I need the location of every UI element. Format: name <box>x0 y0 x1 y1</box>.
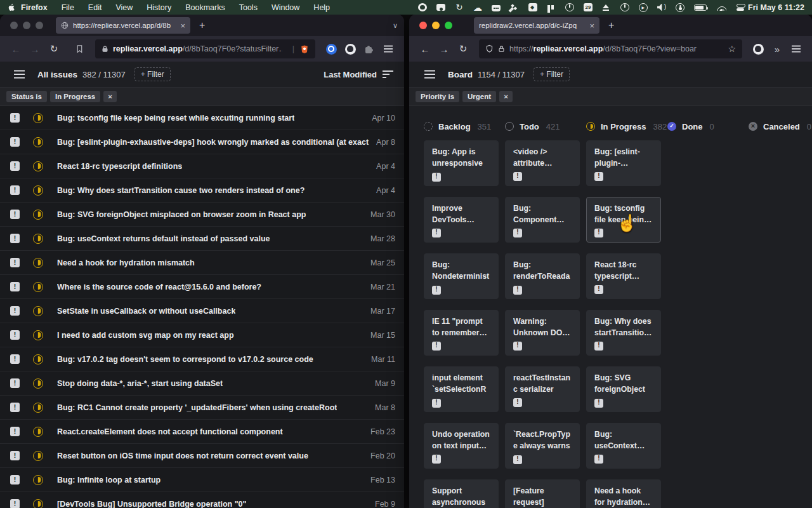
issue-card[interactable]: Bug: App is unresponsive… <box>424 140 499 186</box>
back-button[interactable] <box>417 41 433 57</box>
issue-card[interactable]: Bug: useContext… <box>586 423 661 469</box>
priority-urgent-icon[interactable] <box>10 354 20 364</box>
priority-urgent-icon[interactable] <box>10 475 20 485</box>
issue-row[interactable]: Bug: Infinite loop at startup Feb 13 <box>0 468 404 492</box>
filter-value-chip[interactable]: Urgent <box>462 91 496 102</box>
gem-icon[interactable] <box>528 3 537 11</box>
status-in-progress-icon[interactable] <box>33 210 43 220</box>
priority-urgent-icon[interactable] <box>594 172 603 181</box>
issue-card[interactable]: `React.PropType always warns ab <box>505 423 580 469</box>
github-extension-icon[interactable] <box>342 41 358 57</box>
close-window-button[interactable] <box>10 22 18 29</box>
status-in-progress-icon[interactable] <box>33 185 43 196</box>
url-bar[interactable]: repliear.vercel.app/d/8bTaoq7F0e?statusF… <box>95 39 315 58</box>
sort-control[interactable]: Last Modified <box>324 70 394 79</box>
issue-row[interactable]: [DevTools Bug] Unsupported Bridge operat… <box>0 492 404 508</box>
issue-row[interactable]: Need a hook for hydration mismatch Mar 2… <box>0 251 404 275</box>
issue-row[interactable]: SetState in useCallback or without useCa… <box>0 299 404 323</box>
tab-list-chevron-icon[interactable] <box>393 22 398 30</box>
priority-urgent-icon[interactable] <box>10 306 20 316</box>
overflow-menu-icon[interactable] <box>769 41 785 57</box>
status-in-progress-icon[interactable] <box>33 378 43 389</box>
priority-urgent-icon[interactable] <box>10 378 20 388</box>
priority-urgent-icon[interactable] <box>432 342 441 351</box>
new-tab-button[interactable] <box>608 20 614 31</box>
menu-tools[interactable]: Tools <box>239 3 258 12</box>
issue-row[interactable]: I need to add custom svg map on my react… <box>0 323 404 347</box>
status-in-progress-icon[interactable] <box>33 161 43 171</box>
extensions-icon[interactable] <box>361 41 377 57</box>
record-icon[interactable] <box>418 3 427 11</box>
status-in-progress-icon[interactable] <box>33 330 43 340</box>
issue-card[interactable]: Support asynchronous… <box>424 479 499 508</box>
browser-tab[interactable]: https://repliear.vercel.app/d/8b × <box>56 17 190 34</box>
close-window-button[interactable] <box>419 22 427 29</box>
filter-value-chip[interactable]: In Progress <box>50 91 100 102</box>
priority-urgent-icon[interactable] <box>10 282 20 291</box>
calendar-icon[interactable]: 29 <box>584 3 593 11</box>
remove-filter-icon[interactable]: × <box>499 91 513 102</box>
priority-urgent-icon[interactable] <box>513 455 522 464</box>
issue-card[interactable]: Undo operation on text input… <box>424 423 499 469</box>
priority-urgent-icon[interactable] <box>513 172 522 181</box>
priority-urgent-icon[interactable] <box>10 161 20 171</box>
issue-row[interactable]: React.createElement does not accept func… <box>0 420 404 444</box>
browser-tab[interactable]: replidraw2.vercel.app/d/c-iZpq × <box>474 17 599 34</box>
filter-button[interactable]: + Filter <box>534 67 570 81</box>
reload-button[interactable] <box>46 41 62 57</box>
minimize-window-button[interactable] <box>23 22 30 29</box>
issue-row[interactable]: Bug: SVG foreignObject misplaced on brow… <box>0 203 404 227</box>
issue-card[interactable]: Bug: renderToReadab <box>505 253 580 299</box>
issue-row[interactable]: Bug: tsconfig file keep being reset whil… <box>0 106 404 130</box>
priority-urgent-icon[interactable] <box>10 499 20 508</box>
zoom-window-button[interactable] <box>445 22 452 29</box>
issue-card[interactable]: Improve DevTools… <box>424 197 499 243</box>
menu-bookmarks[interactable]: Bookmarks <box>185 3 225 12</box>
status-in-progress-icon[interactable] <box>33 113 43 123</box>
issue-row[interactable]: Stop doing data-*, aria-*, start using d… <box>0 371 404 396</box>
back-button[interactable] <box>8 41 24 57</box>
issue-card[interactable]: reactTestInstanc serializer <box>505 366 580 412</box>
filter-field-chip[interactable]: Status is <box>6 91 47 102</box>
status-in-progress-icon[interactable] <box>33 499 43 508</box>
issue-card[interactable]: React 18-rc typescript… <box>586 253 661 299</box>
menu-file[interactable]: File <box>62 3 74 12</box>
cloud-icon[interactable] <box>473 3 482 13</box>
sidebar-menu-icon[interactable] <box>14 74 25 75</box>
priority-urgent-icon[interactable] <box>513 286 522 295</box>
switch-circle-icon[interactable] <box>620 3 629 11</box>
url-bar[interactable]: https://repliear.vercel.app/d/8bTaoq7F0e… <box>479 39 742 58</box>
issue-card[interactable]: Bug: [eslint-plugin-… <box>586 140 661 186</box>
issue-row[interactable]: Bug: Why does startTransition cause two … <box>0 178 404 203</box>
priority-urgent-icon[interactable] <box>10 113 20 123</box>
tracking-shield-icon[interactable] <box>485 44 494 53</box>
bookmark-icon[interactable] <box>71 41 88 57</box>
issue-row[interactable]: Reset button on iOS time input does not … <box>0 444 404 468</box>
forward-button[interactable] <box>27 41 43 57</box>
priority-urgent-icon[interactable] <box>10 330 20 340</box>
power-circle-icon[interactable] <box>565 3 574 11</box>
menu-edit[interactable]: Edit <box>88 3 102 12</box>
tab-close-icon[interactable]: × <box>589 21 594 30</box>
status-in-progress-icon[interactable] <box>33 475 43 485</box>
issue-card[interactable]: Bug: Why does startTransitio… <box>586 310 661 356</box>
priority-urgent-icon[interactable] <box>513 342 522 351</box>
status-in-progress-icon[interactable] <box>33 258 43 268</box>
status-in-progress-icon[interactable] <box>33 354 43 364</box>
priority-urgent-icon[interactable] <box>10 234 20 243</box>
app-menu-icon[interactable] <box>788 41 804 57</box>
priority-urgent-icon[interactable] <box>513 229 522 237</box>
profiles-icon[interactable] <box>736 3 745 12</box>
wifi-icon[interactable] <box>716 4 726 11</box>
menu-clock[interactable]: Fri May 6 11:22 <box>748 3 804 12</box>
priority-urgent-icon[interactable] <box>10 451 20 460</box>
priority-urgent-icon[interactable] <box>10 258 20 267</box>
priority-urgent-icon[interactable] <box>594 399 603 408</box>
filter-field-chip[interactable]: Priority is <box>416 91 459 102</box>
columns-icon[interactable] <box>547 4 556 11</box>
priority-urgent-icon[interactable] <box>10 210 20 219</box>
tab-close-icon[interactable]: × <box>180 21 185 30</box>
issue-card[interactable]: input element `setSelectionRa <box>424 366 499 412</box>
priority-urgent-icon[interactable] <box>432 229 441 237</box>
menu-view[interactable]: View <box>115 3 133 12</box>
